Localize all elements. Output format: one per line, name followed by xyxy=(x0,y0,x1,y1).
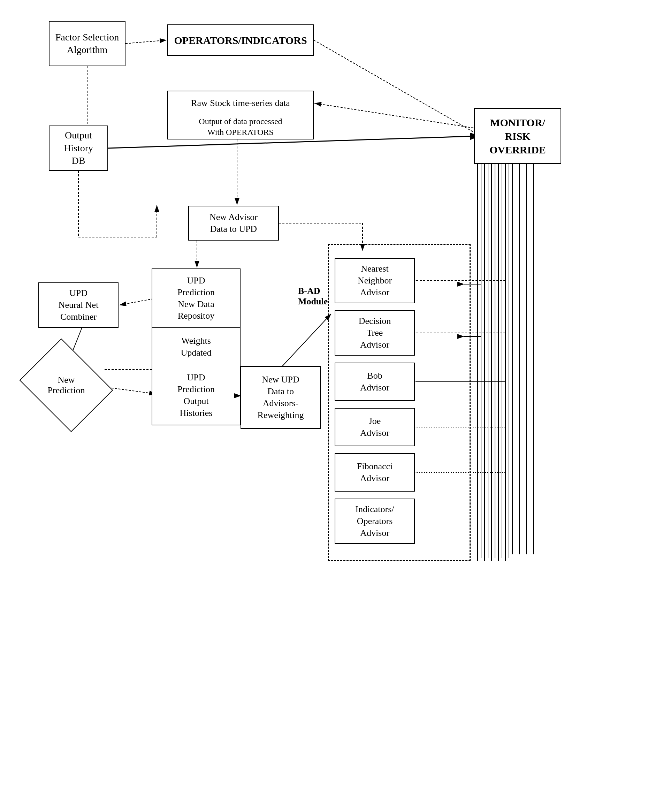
output-history-label: OutputHistoryDB xyxy=(64,129,93,167)
new-upd-data-label: New UPDData toAdvisors-Reweighting xyxy=(258,374,304,421)
svg-line-5 xyxy=(314,103,480,129)
new-prediction-label: NewPrediction xyxy=(48,375,85,396)
output-history-box: OutputHistoryDB xyxy=(49,126,108,171)
bad-module-label: B-ADModule xyxy=(298,286,328,307)
new-upd-data-box: New UPDData toAdvisors-Reweighting xyxy=(240,366,321,429)
operators-indicators-label: OPERATORS/INDICATORS xyxy=(174,34,307,47)
monitor-risk-box: MONITOR/RISKOVERRIDE xyxy=(474,108,561,164)
upd-prediction-output-label: UPDPredictionOutputHistories xyxy=(177,372,215,419)
joe-advisor-label: JoeAdvisor xyxy=(360,415,389,439)
new-advisor-data-label: New AdvisorData to UPD xyxy=(209,211,258,235)
nearest-neighbor-box: NearestNeighborAdvisor xyxy=(335,258,415,303)
factor-selection-box: Factor Selection Algorithm xyxy=(49,21,126,66)
bob-advisor-label: BobAdvisor xyxy=(360,370,389,394)
svg-line-3 xyxy=(126,40,167,44)
raw-stock-box: Raw Stock time-series data xyxy=(167,91,314,115)
nearest-neighbor-label: NearestNeighborAdvisor xyxy=(358,263,392,298)
raw-stock-label: Raw Stock time-series data xyxy=(191,97,290,109)
svg-line-15 xyxy=(119,298,157,305)
upd-neural-net-label: UPDNeural NetCombiner xyxy=(58,287,98,323)
fibonacci-advisor-label: FibonacciAdvisor xyxy=(357,461,393,484)
diagram: Factor Selection Algorithm OPERATORS/IND… xyxy=(0,0,655,812)
operators-indicators-box: OPERATORS/INDICATORS xyxy=(167,25,314,56)
joe-advisor-box: JoeAdvisor xyxy=(335,408,415,446)
output-data-processed-box: Output of data processedWith OPERATORS xyxy=(167,115,314,140)
indicators-operators-label: Indicators/OperatorsAdvisor xyxy=(355,503,394,539)
decision-tree-label: DecisionTreeAdvisor xyxy=(359,315,391,351)
weights-updated-box: WeightsUpdated xyxy=(152,328,240,366)
upd-prediction-output-box: UPDPredictionOutputHistories xyxy=(152,366,240,425)
bob-advisor-box: BobAdvisor xyxy=(335,363,415,401)
factor-selection-label: Factor Selection Algorithm xyxy=(52,31,122,57)
upd-neural-net-box: UPDNeural NetCombiner xyxy=(38,282,118,328)
fibonacci-advisor-box: FibonacciAdvisor xyxy=(335,453,415,492)
decision-tree-box: DecisionTreeAdvisor xyxy=(335,310,415,355)
monitor-risk-label: MONITOR/RISKOVERRIDE xyxy=(489,116,546,157)
new-prediction-diamond: NewPrediction xyxy=(30,355,103,415)
new-advisor-data-box: New AdvisorData to UPD xyxy=(188,206,279,241)
indicators-operators-box: Indicators/OperatorsAdvisor xyxy=(335,498,415,544)
svg-line-19 xyxy=(282,314,331,366)
upd-prediction-new-label: UPDPredictionNew DataRepositoy xyxy=(177,275,215,322)
weights-updated-label: WeightsUpdated xyxy=(181,335,211,359)
upd-prediction-new-box: UPDPredictionNew DataRepositoy xyxy=(152,268,240,328)
output-data-processed-label: Output of data processedWith OPERATORS xyxy=(199,116,282,138)
svg-line-4 xyxy=(314,40,480,136)
